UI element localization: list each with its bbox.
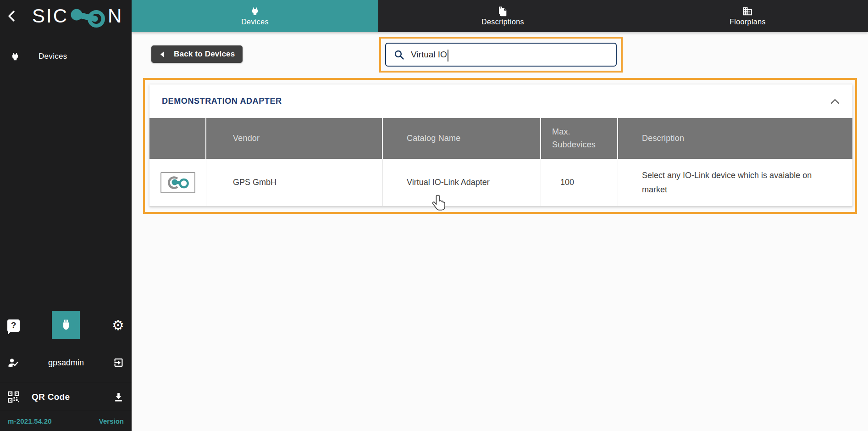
column-header-catalog-name: Catalog Name — [383, 118, 541, 159]
qr-code-icon — [7, 390, 20, 404]
user-row: gpsadmin — [0, 351, 132, 375]
adapter-table: Vendor Catalog Name Max. Subdevices Desc… — [149, 118, 852, 207]
table-highlight-box: DEMONSTRATION ADAPTER Vendor Catalog Nam… — [143, 78, 857, 214]
search-field[interactable] — [385, 43, 617, 67]
tab-floorplans-label: Floorplans — [730, 18, 766, 26]
help-button[interactable]: ? — [7, 319, 20, 332]
cell-vendor: GPS GmbH — [206, 159, 383, 206]
devices-tool-button-active[interactable] — [52, 311, 80, 339]
chevron-up-icon[interactable] — [830, 98, 840, 105]
user-name: gpsadmin — [19, 358, 113, 368]
user-check-icon — [7, 357, 19, 368]
version-row: m-2021.54.20 Version — [0, 411, 132, 431]
top-tab-bar: Devices Descriptions Floorplans — [132, 0, 868, 32]
text-caret — [448, 50, 448, 62]
tab-descriptions-label: Descriptions — [481, 18, 524, 26]
cell-catalog-name: Virtual IO-Link Adapter — [383, 159, 541, 206]
sidebar-item-devices[interactable]: Devices — [0, 45, 132, 68]
brand-text-right: N — [108, 6, 123, 26]
panel-header[interactable]: DEMONSTRATION ADAPTER — [149, 84, 852, 118]
usb-connector-icon — [60, 319, 72, 331]
table-header-row: Vendor Catalog Name Max. Subdevices Desc… — [149, 118, 852, 159]
column-header-vendor: Vendor — [206, 118, 383, 159]
chevron-left-small-icon — [160, 51, 165, 58]
plug-icon — [250, 6, 260, 17]
descriptions-icon — [498, 6, 508, 17]
chevron-left-icon — [6, 9, 17, 23]
tab-floorplans[interactable]: Floorplans — [627, 0, 868, 32]
download-icon — [113, 391, 124, 403]
brand-link-icon — [67, 4, 110, 30]
cell-description: Select any IO-Link device which is avaia… — [618, 159, 852, 206]
device-thumbnail — [160, 172, 195, 193]
brand-text-left: SIC — [32, 6, 68, 26]
logout-icon — [113, 357, 124, 368]
sidebar-tool-row: ? ⚙ — [0, 311, 132, 340]
collapse-sidebar-button[interactable] — [6, 8, 20, 24]
version-value: m-2021.54.20 — [8, 417, 52, 425]
qr-download-button[interactable] — [113, 391, 124, 403]
tab-descriptions[interactable]: Descriptions — [378, 0, 627, 32]
back-button-label: Back to Devices — [174, 50, 235, 59]
version-label: Version — [99, 417, 124, 425]
back-to-devices-button[interactable]: Back to Devices — [151, 45, 243, 63]
tab-devices[interactable]: Devices — [132, 0, 378, 32]
brand-logo: SIC N — [32, 2, 123, 30]
floorplans-icon — [742, 6, 753, 17]
column-header-max-subdevices: Max. Subdevices — [541, 118, 618, 159]
panel-title: DEMONSTRATION ADAPTER — [162, 96, 282, 106]
hand-cursor-icon — [431, 194, 447, 213]
plug-icon — [10, 51, 20, 62]
table-row-virtual-io-link-adapter[interactable]: GPS GmbH Virtual IO-Link Adapter 100 Sel… — [149, 159, 852, 207]
tab-devices-label: Devices — [241, 18, 269, 26]
qr-row: QR Code — [0, 383, 132, 411]
qr-code-label: QR Code — [32, 392, 113, 402]
gear-icon: ⚙ — [112, 317, 124, 333]
sidebar-item-devices-label: Devices — [39, 52, 67, 61]
adapter-panel: DEMONSTRATION ADAPTER Vendor Catalog Nam… — [149, 84, 852, 207]
sidebar-header: SIC N — [0, 0, 132, 32]
sicon-adapter-glyph-icon — [166, 174, 190, 191]
help-icon: ? — [11, 320, 17, 330]
column-header-icon — [149, 118, 206, 159]
logout-button[interactable] — [113, 357, 124, 368]
sidebar-footer: ? ⚙ gpsadmin — [0, 311, 132, 431]
search-input[interactable] — [411, 50, 594, 60]
settings-button[interactable]: ⚙ — [112, 319, 124, 332]
search-highlight-box — [379, 37, 623, 73]
cell-device-icon — [149, 159, 206, 206]
column-header-description: Description — [618, 118, 852, 159]
search-icon — [393, 49, 405, 61]
cell-max-subdevices: 100 — [541, 159, 618, 206]
sidebar: SIC N Devices ? — [0, 0, 132, 431]
